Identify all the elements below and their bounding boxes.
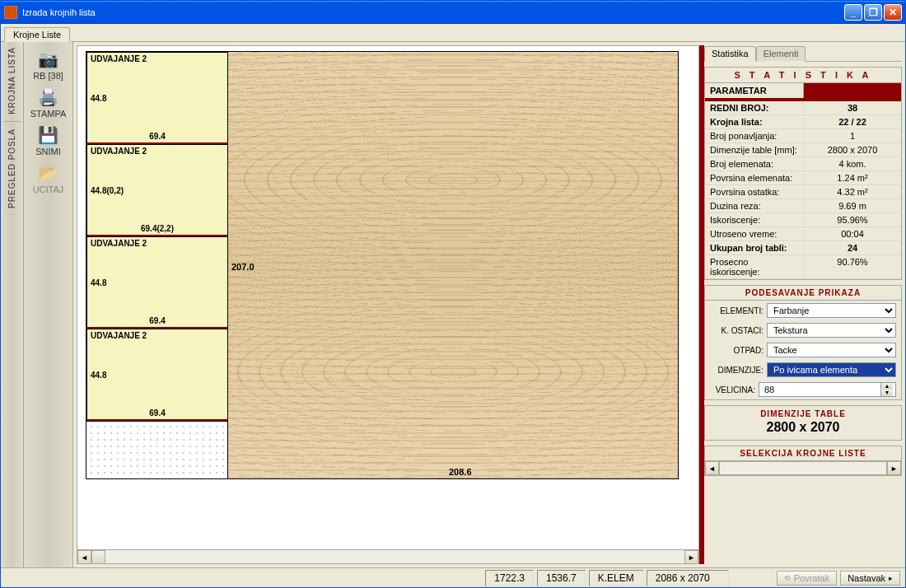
vtab-krojna-lista[interactable]: KROJNA LISTA [7,42,16,119]
cut-piece[interactable]: UDVAJANJE 244.869.4 [86,329,228,421]
right-panel: Statistika Elementi S T A T I S T I K A … [704,45,902,564]
sel-scroll-left[interactable]: ◄ [705,461,719,475]
stat-row: Prosecno iskoriscenje:90.76% [705,255,901,279]
wood-texture-area [228,52,678,478]
stat-value: 1.24 m² [804,171,901,184]
stat-value: 9.69 m [804,199,901,212]
spinner-velicina[interactable]: ▲ ▼ [759,382,896,397]
stat-value: 95.96% [804,213,901,226]
tab-elementi[interactable]: Elementi [756,46,806,62]
piece-title: UDVAJANJE 2 [91,54,147,63]
remnant-area [86,421,228,478]
stats-box: S T A T I S T I K A PARAMETAR REDNI BROJ… [704,67,902,280]
row-elementi: ELEMENTI: Farbanje [705,301,901,320]
ucitaj-icon: 📂 [35,163,62,183]
stat-key: Broj elemenata: [705,157,804,170]
cut-piece[interactable]: UDVAJANJE 244.8(0,2)69.4(2,2) [86,144,228,236]
cut-piece[interactable]: UDVAJANJE 244.869.4 [86,236,228,329]
piece-left-dim: 44.8(0,2) [91,185,124,194]
stat-row: Dimenzije table [mm]:2800 x 2070 [705,143,901,157]
stat-value: 38 [804,101,901,114]
spin-up-button[interactable]: ▲ [881,383,893,390]
main-row: KROJNA LISTA PREGLED POSLA 📷RB [38]🖨️STA… [1,42,905,567]
toolbtn-label: RB [38] [33,71,63,81]
stat-key: Utroseno vreme: [705,227,804,240]
horizontal-scrollbar[interactable]: ◄ ► [77,549,698,563]
window-buttons: _ ❐ ✕ [844,4,902,21]
sidebar-vertical: KROJNA LISTA PREGLED POSLA [1,42,24,567]
button-povratak[interactable]: ⟲Povratak [777,571,837,586]
scroll-track[interactable] [105,550,684,563]
scroll-left-button[interactable]: ◄ [77,550,91,564]
piece-bottom-dim: 69.4 [149,316,165,325]
toolbar: 📷RB [38]🖨️STAMPA💾SNIMI📂UCITAJ [24,42,73,567]
row-kostaci: K. OSTACI: Tekstura [705,320,901,340]
arrow-right-icon: ▸ [889,574,893,582]
label-otpad: OTPAD: [710,346,764,355]
select-otpad[interactable]: Tacke [767,343,896,357]
dimension-bottom: 208.6 [449,467,472,477]
sel-scroll-right[interactable]: ► [887,461,901,475]
tab-krojne-liste[interactable]: Krojne Liste [4,27,70,42]
scroll-thumb[interactable] [91,550,105,564]
stats-header: PARAMETAR [705,83,901,100]
dimensions-title: DIMENZIJE TABLE [708,409,898,418]
selection-box: SELEKCIJA KROJNE LISTE ◄ ► [704,446,902,476]
stat-key: Broj ponavljanja: [705,129,804,142]
right-tabs: Statistika Elementi [704,45,902,62]
settings-title: PODESAVANJE PRIKAZA [705,286,901,301]
stat-value: 1 [804,129,901,142]
cut-piece[interactable]: UDVAJANJE 244.869.4 [86,52,228,144]
toolbtn-rb[interactable]: 📷RB [38] [28,47,69,83]
piece-bottom-dim: 69.4(2,2) [141,224,174,233]
button-nastavak[interactable]: Nastavak▸ [840,571,900,586]
stat-row: Iskoriscenje:95.96% [705,213,901,227]
sel-scroll-track[interactable] [719,461,887,475]
input-velicina[interactable] [762,383,880,396]
selection-scrollbar[interactable]: ◄ ► [705,461,901,475]
stat-key: Prosecno iskoriscenje: [705,255,804,278]
stat-value: 22 / 22 [804,115,901,128]
stats-col-parametar: PARAMETAR [705,83,804,98]
stat-value: 4 kom. [804,157,901,170]
stat-key: Povrsina ostatka: [705,185,804,198]
row-dimenzije: DIMENZIJE: Po ivicama elementa [705,360,901,380]
piece-bottom-dim: 69.4 [149,408,165,418]
stat-key: Dimenzije table [mm]: [705,143,804,156]
scroll-right-button[interactable]: ► [684,550,698,564]
piece-title: UDVAJANJE 2 [91,239,147,248]
close-button[interactable]: ✕ [884,4,902,21]
stat-key: REDNI BROJ: [705,101,804,114]
window-title: Izrada krojnih lista [22,7,96,17]
minimize-button[interactable]: _ [844,4,862,21]
stat-row: Broj ponavljanja:1 [705,129,901,143]
status-x: 1722.3 [485,570,534,586]
stat-row: REDNI BROJ:38 [705,100,901,115]
stat-row: Broj elemenata:4 kom. [705,157,901,171]
stat-key: Iskoriscenje: [705,213,804,226]
select-elementi[interactable]: Farbanje [767,303,896,318]
tab-statistika[interactable]: Statistika [704,46,756,62]
canvas-wrap[interactable]: UDVAJANJE 244.869.4UDVAJANJE 244.8(0,2)6… [77,46,698,549]
stat-value: 90.76% [804,255,901,278]
stats-col-value [804,83,901,98]
maximize-button[interactable]: ❐ [864,4,882,21]
status-size: 2086 x 2070 [647,570,729,586]
spin-down-button[interactable]: ▼ [881,390,893,396]
piece-title: UDVAJANJE 2 [91,331,147,340]
label-velicina: VELICINA: [710,385,755,394]
toolbtn-stampa[interactable]: 🖨️STAMPA [28,85,69,121]
vtab-pregled-posla[interactable]: PREGLED POSLA [7,124,16,213]
label-kostaci: K. OSTACI: [710,326,764,335]
center-panel: UDVAJANJE 244.869.4UDVAJANJE 244.8(0,2)6… [77,45,699,564]
main-tabs: Krojne Liste [1,24,905,42]
status-mode: K.ELEM [589,570,643,586]
dimensions-box: DIMENZIJE TABLE 2800 x 2070 [704,405,902,441]
stampa-icon: 🖨️ [35,87,62,107]
app-icon [4,6,17,19]
toolbtn-snimi[interactable]: 💾SNIMI [28,123,69,159]
titlebar: Izrada krojnih lista _ ❐ ✕ [1,1,905,24]
select-kostaci[interactable]: Tekstura [767,323,896,338]
app-window: Izrada krojnih lista _ ❐ ✕ Krojne Liste … [0,0,906,588]
select-dimenzije[interactable]: Po ivicama elementa [767,362,896,377]
